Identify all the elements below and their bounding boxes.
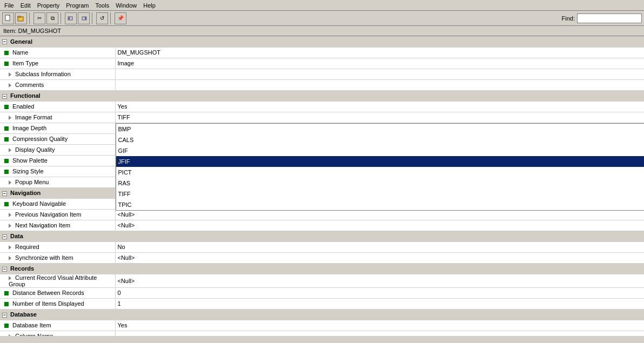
prop-compression-quality-icon <box>4 137 9 142</box>
dropdown-jfif[interactable]: JFIF <box>116 156 645 167</box>
dropdown-pict[interactable]: PICT <box>116 167 645 178</box>
prop-distance-records: Distance Between Records 0 <box>0 287 644 298</box>
prop-next-nav: Next Navigation Item <Null> <box>0 220 644 231</box>
image-format-dropdown[interactable]: BMP CALS GIF JFIF PICT RAS TIFF TPIC <box>116 123 645 211</box>
prop-item-type-icon <box>4 62 9 66</box>
prop-subclass-label: Subclass Information <box>15 71 71 77</box>
prop-current-record-vag: Current Record Visual Attribute Group <N… <box>0 274 644 287</box>
prop-image-format-label: Image Format <box>15 114 52 120</box>
prop-comments-label: Comments <box>15 82 44 88</box>
menu-window[interactable]: Window <box>112 2 140 9</box>
dropdown-tpic[interactable]: TPIC <box>116 199 645 210</box>
prop-display-quality-label: Display Quality <box>15 146 55 153</box>
prop-prev-nav-value[interactable]: <Null> <box>118 211 135 218</box>
prop-enabled-icon <box>4 105 9 109</box>
prop-required-icon <box>9 245 11 250</box>
prop-enabled-value[interactable]: Yes <box>118 103 128 110</box>
prop-sync-item-icon <box>9 256 11 260</box>
toolbar-pin[interactable]: 📌 <box>115 12 126 24</box>
collapse-functional-icon[interactable]: − <box>2 94 7 99</box>
prop-next-nav-label: Next Navigation Item <box>15 222 70 228</box>
prop-name: Name DM_MUGSHOT <box>0 47 644 58</box>
prop-subclass-icon <box>9 72 11 77</box>
section-data: − Data <box>0 231 644 241</box>
toolbar-undo[interactable]: ↺ <box>96 12 108 24</box>
collapse-general-icon[interactable]: − <box>2 39 7 44</box>
prop-item-type-value[interactable]: Image <box>118 60 135 66</box>
prop-image-format-value[interactable]: TIFF <box>118 114 130 120</box>
prop-current-record-vag-value[interactable]: <Null> <box>118 278 135 284</box>
prop-distance-records-value[interactable]: 0 <box>118 290 121 296</box>
item-header-label: Item: DM_MUGSHOT <box>3 28 61 34</box>
menu-property[interactable]: Property <box>34 2 63 9</box>
dropdown-bmp[interactable]: BMP <box>116 124 645 134</box>
menubar: File Edit Property Program Tools Window … <box>0 0 644 11</box>
section-general-label: General <box>10 38 32 45</box>
toolbar-new[interactable] <box>2 12 14 24</box>
prop-database-item-value[interactable]: Yes <box>118 322 128 328</box>
toolbar-open[interactable] <box>15 12 27 24</box>
collapse-database-icon[interactable]: − <box>2 313 7 318</box>
prop-sync-item: Synchronize with Item <Null> <box>0 252 644 263</box>
prop-current-record-vag-label: Current Record Visual Attribute Group <box>9 274 97 287</box>
prop-image-depth-label: Image Depth <box>12 125 46 131</box>
section-database-label: Database <box>10 311 37 318</box>
prop-comments-icon <box>9 83 11 88</box>
prop-enabled-label: Enabled <box>12 103 34 110</box>
section-navigation-label: Navigation <box>10 190 41 196</box>
prop-enabled: Enabled Yes <box>0 101 644 112</box>
prop-current-record-vag-icon <box>9 276 11 280</box>
section-data-label: Data <box>10 233 23 239</box>
dropdown-tiff[interactable]: TIFF <box>116 189 645 199</box>
prop-sizing-style-icon <box>4 170 9 174</box>
menu-tools[interactable]: Tools <box>92 2 112 9</box>
prop-compression-quality-label: Compression Quality <box>12 136 68 142</box>
find-area: Find: <box>562 14 642 23</box>
prop-subclass: Subclass Information <box>0 69 644 79</box>
prop-distance-records-icon <box>4 291 9 295</box>
prop-required: Required No <box>0 241 644 252</box>
prop-required-value[interactable]: No <box>118 244 125 250</box>
prop-sizing-style-label: Sizing Style <box>12 168 43 174</box>
toolbar-b1[interactable] <box>65 12 77 24</box>
dropdown-ras[interactable]: RAS <box>116 178 645 189</box>
prop-column-name-icon <box>9 334 11 336</box>
find-input[interactable] <box>577 14 642 23</box>
toolbar-b2[interactable] <box>78 12 90 24</box>
toolbar-sep2 <box>61 12 63 24</box>
prop-show-palette-label: Show Palette <box>12 157 48 164</box>
prop-popup-menu-icon <box>9 180 11 185</box>
menu-program[interactable]: Program <box>63 2 92 9</box>
dropdown-cals[interactable]: CALS <box>116 134 645 145</box>
prop-prev-nav: Previous Navigation Item <Null> <box>0 209 644 220</box>
toolbar-sep3 <box>92 12 94 24</box>
prop-prev-nav-icon <box>9 213 11 217</box>
prop-database-item-label: Database Item <box>12 322 51 328</box>
menu-edit[interactable]: Edit <box>17 2 34 9</box>
property-grid-container: − General Name DM_MUGSHOT Item Type <box>0 36 644 336</box>
collapse-records-icon[interactable]: − <box>2 267 7 272</box>
menu-help[interactable]: Help <box>140 2 159 9</box>
prop-name-value[interactable]: DM_MUGSHOT <box>118 49 160 56</box>
prop-database-item: Database Item Yes <box>0 320 644 331</box>
prop-num-items-value[interactable]: 1 <box>118 300 121 307</box>
toolbar-copy[interactable]: ⧉ <box>46 12 58 24</box>
prop-next-nav-value[interactable]: <Null> <box>118 222 135 228</box>
prop-item-type: Item Type Image <box>0 58 644 69</box>
prop-sync-item-label: Synchronize with Item <box>15 254 73 261</box>
prop-image-depth-icon <box>4 126 9 131</box>
dropdown-gif[interactable]: GIF <box>116 145 645 156</box>
section-functional: − Functional <box>0 90 644 101</box>
collapse-navigation-icon[interactable]: − <box>2 191 7 196</box>
toolbar-cut[interactable]: ✂ <box>33 12 45 24</box>
prop-sync-item-value[interactable]: <Null> <box>118 254 135 261</box>
prop-keyboard-navigable-label: Keyboard Navigable <box>12 200 66 207</box>
collapse-data-icon[interactable]: − <box>2 234 7 239</box>
prop-name-icon <box>4 51 9 55</box>
prop-column-name: Column Name <box>0 331 644 336</box>
section-functional-label: Functional <box>10 92 41 99</box>
section-general: − General <box>0 36 644 47</box>
toolbar: ✂ ⧉ ↺ 📌 Find: <box>0 11 644 26</box>
prop-prev-nav-label: Previous Navigation Item <box>15 211 81 218</box>
menu-file[interactable]: File <box>1 2 17 9</box>
